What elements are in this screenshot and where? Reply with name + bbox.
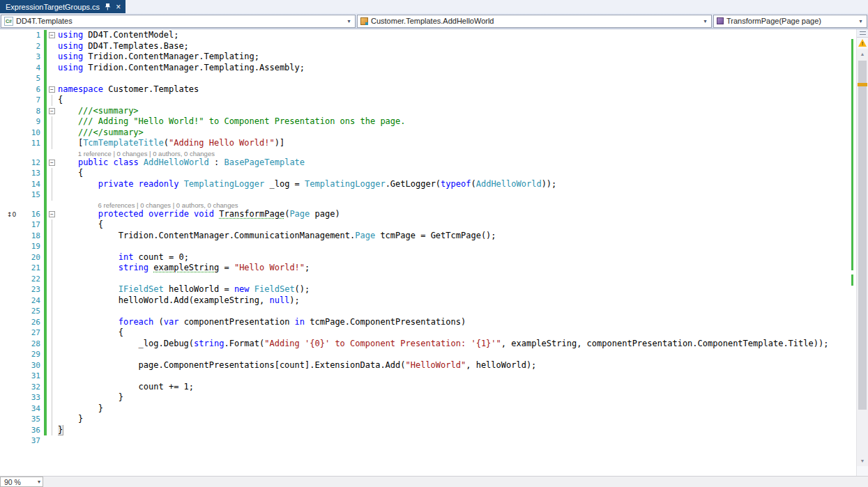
code-line-29[interactable]: 29 <box>0 349 849 360</box>
code-line-19[interactable]: 19 <box>0 241 849 252</box>
glyph-margin[interactable] <box>0 63 18 74</box>
fold-collapse-icon[interactable]: − <box>49 86 55 93</box>
glyph-margin[interactable] <box>0 241 18 252</box>
glyph-margin[interactable] <box>0 179 18 190</box>
code-line-7[interactable]: 7{ <box>0 95 849 106</box>
fold-margin[interactable] <box>47 414 58 425</box>
vertical-scrollbar[interactable]: ! ▲ ▼ <box>856 29 868 476</box>
glyph-margin[interactable] <box>0 231 18 242</box>
fold-margin[interactable]: − <box>47 84 58 95</box>
fold-margin[interactable] <box>47 52 58 63</box>
fold-margin[interactable] <box>47 219 58 231</box>
glyph-margin[interactable] <box>0 41 18 52</box>
code-line-15[interactable]: 15 <box>0 190 849 201</box>
code-line-13[interactable]: 13 { <box>0 168 849 179</box>
codelens-indicator[interactable]: 6 references | 0 changes | 0 authors, 0 … <box>0 201 849 209</box>
code-line-12[interactable]: 12− public class AddHelloWorld : BasePag… <box>0 157 849 169</box>
fold-margin[interactable] <box>47 179 58 190</box>
code-line-34[interactable]: 34 } <box>0 403 849 415</box>
code-line-27[interactable]: 27 { <box>0 327 849 339</box>
glyph-margin[interactable] <box>0 403 18 415</box>
code-line-21[interactable]: 21 string exampleString = "Hello World!"… <box>0 263 849 274</box>
code-line-30[interactable]: 30 page.ComponentPresentations[count].Ex… <box>0 360 849 371</box>
fold-margin[interactable] <box>47 403 58 415</box>
code-line-4[interactable]: 4using Tridion.ContentManager.Templating… <box>0 63 849 74</box>
glyph-margin[interactable] <box>0 127 18 139</box>
glyph-margin[interactable] <box>0 274 18 285</box>
fold-margin[interactable]: − <box>47 30 58 41</box>
glyph-margin[interactable] <box>0 168 18 179</box>
type-dropdown[interactable]: Customer.Templates.AddHelloWorld ▾ <box>357 15 712 28</box>
scrollbar-track[interactable] <box>857 59 868 456</box>
fold-margin[interactable] <box>47 63 58 74</box>
glyph-margin[interactable] <box>0 190 18 201</box>
fold-margin[interactable]: − <box>47 157 58 169</box>
glyph-margin[interactable] <box>0 219 18 231</box>
fold-margin[interactable] <box>47 371 58 382</box>
glyph-margin[interactable] <box>0 392 18 403</box>
glyph-margin[interactable] <box>0 116 18 127</box>
scrollbar-thumb[interactable] <box>858 61 867 410</box>
code-line-25[interactable]: 25 <box>0 306 849 317</box>
fold-collapse-icon[interactable]: − <box>49 211 55 217</box>
glyph-margin[interactable] <box>0 360 18 371</box>
code-line-31[interactable]: 31 <box>0 371 849 382</box>
code-line-36[interactable]: 36} <box>0 425 849 436</box>
zoom-dropdown[interactable]: 90 % ▾ <box>0 477 43 487</box>
close-icon[interactable]: × <box>116 3 121 11</box>
code-line-14[interactable]: 14 private readonly TemplatingLogger _lo… <box>0 179 849 190</box>
glyph-margin[interactable] <box>0 52 18 63</box>
glyph-margin[interactable] <box>0 252 18 263</box>
fold-margin[interactable] <box>47 41 58 52</box>
code-line-33[interactable]: 33 } <box>0 392 849 403</box>
glyph-margin[interactable] <box>0 371 18 382</box>
fold-margin[interactable]: − <box>47 106 58 117</box>
scroll-up-button[interactable]: ▲ <box>857 49 868 59</box>
glyph-margin[interactable] <box>0 295 18 307</box>
glyph-margin[interactable] <box>0 138 18 149</box>
glyph-margin[interactable] <box>0 95 18 106</box>
fold-margin[interactable] <box>47 95 58 106</box>
code-line-6[interactable]: 6−namespace Customer.Templates <box>0 84 849 95</box>
glyph-margin[interactable] <box>0 425 18 436</box>
code-line-3[interactable]: 3using Tridion.ContentManager.Templating… <box>0 52 849 63</box>
glyph-margin[interactable] <box>0 317 18 328</box>
code-line-32[interactable]: 32 count += 1; <box>0 382 849 393</box>
fold-margin[interactable] <box>47 327 58 339</box>
pin-icon[interactable] <box>105 3 111 10</box>
horizontal-scrollbar[interactable] <box>43 477 868 487</box>
fold-margin[interactable] <box>47 127 58 139</box>
code-line-20[interactable]: 20 int count = 0; <box>0 252 849 263</box>
fold-margin[interactable]: − <box>47 209 58 220</box>
code-line-10[interactable]: 10 ///</summary> <box>0 127 849 139</box>
code-line-37[interactable]: 37 <box>0 435 849 447</box>
fold-margin[interactable] <box>47 360 58 371</box>
code-line-11[interactable]: 11 [TcmTemplateTitle("Adding Hello World… <box>0 138 849 149</box>
code-line-24[interactable]: 24 helloWorld.Add(exampleString, null); <box>0 295 849 307</box>
member-dropdown[interactable]: TransformPage(Page page) ▾ <box>713 15 867 28</box>
glyph-margin[interactable] <box>0 349 18 360</box>
code-line-23[interactable]: 23 IFieldSet helloWorld = new FieldSet()… <box>0 284 849 295</box>
fold-margin[interactable] <box>47 339 58 350</box>
glyph-margin[interactable] <box>0 414 18 425</box>
glyph-margin[interactable] <box>0 284 18 295</box>
fold-margin[interactable] <box>47 392 58 403</box>
fold-margin[interactable] <box>47 274 58 285</box>
fold-margin[interactable] <box>47 168 58 179</box>
margin-glyph[interactable]: ↕0 <box>0 211 16 218</box>
splitter-handle[interactable] <box>857 29 868 38</box>
glyph-margin[interactable] <box>0 435 18 447</box>
warning-icon[interactable]: ! <box>857 38 868 49</box>
fold-margin[interactable] <box>47 138 58 149</box>
code-line-2[interactable]: 2using DD4T.Templates.Base; <box>0 41 849 52</box>
fold-margin[interactable] <box>47 435 58 447</box>
fold-margin[interactable] <box>47 231 58 242</box>
code-line-9[interactable]: 9 /// Adding "Hello World!" to Component… <box>0 116 849 127</box>
code-line-1[interactable]: 1−using DD4T.ContentModel; <box>0 30 849 41</box>
fold-margin[interactable] <box>47 252 58 263</box>
code-line-17[interactable]: 17 { <box>0 219 849 231</box>
glyph-margin[interactable] <box>0 306 18 317</box>
fold-collapse-icon[interactable]: − <box>49 160 55 166</box>
glyph-margin[interactable] <box>0 339 18 350</box>
code-line-16[interactable]: ↕016− protected override void TransformP… <box>0 209 849 220</box>
